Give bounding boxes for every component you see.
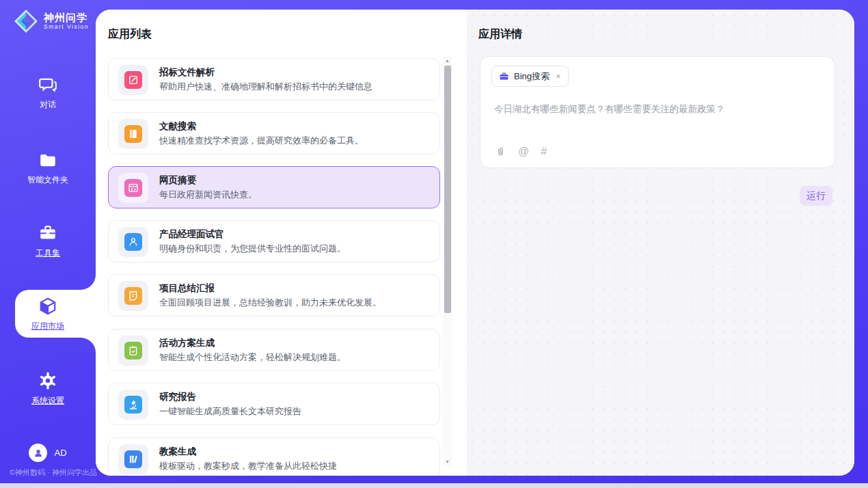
app-card-literature-search[interactable]: 文献搜索 快速精准查找学术资源，提高研究效率的必备工具。 (108, 112, 440, 154)
interviewer-icon (124, 233, 142, 251)
app-icon-box (118, 65, 148, 95)
app-card-event-plan[interactable]: 活动方案生成 智能生成个性化活动方案，轻松解决规划难题。 (108, 329, 440, 371)
app-icon-box (118, 119, 148, 149)
briefcase-icon (38, 223, 57, 243)
app-card-project-summary[interactable]: 项目总结汇报 全面回顾项目进展，总结经验教训，助力未来优化发展。 (108, 274, 440, 316)
sidebar-item-label: 对话 (40, 100, 56, 109)
microscope-icon (124, 396, 142, 414)
app-icon-box (118, 444, 148, 474)
app-card-research-report[interactable]: 研究报告 一键智能生成高质量长文本研究报告 (108, 383, 440, 425)
app-card-title: 活动方案生成 (159, 337, 215, 349)
app-card-desc: 智能生成个性化活动方案，轻松解决规划难题。 (159, 351, 346, 364)
tool-chip-bing-search[interactable]: Bing搜索 × (491, 66, 569, 87)
app-card-bid-parse[interactable]: 招标文件解析 帮助用户快速、准确地理解和解析招标书中的关键信息 (108, 58, 440, 100)
app-icon-box (118, 227, 148, 257)
app-card-desc: 全面回顾项目进展，总结经验教训，助力未来优化发展。 (159, 297, 381, 309)
note-icon (124, 287, 142, 305)
app-icon-box (118, 336, 148, 366)
sidebar-item-toolset[interactable]: 工具集 (0, 223, 96, 259)
sidebar-item-smart-folder[interactable]: 智能文件夹 (0, 150, 96, 186)
app-card-desc: 明确身份和职责，为您提供专业性的面试问题。 (159, 243, 346, 255)
app-card-pm-interviewer[interactable]: 产品经理面试官 明确身份和职责，为您提供专业性的面试问题。 (108, 220, 440, 262)
edit-document-icon (124, 71, 142, 89)
scrollbar-thumb[interactable] (444, 66, 451, 313)
app-card-desc: 每日政府新闻资讯快查。 (159, 189, 257, 201)
prompt-text[interactable]: 今日湖北有哪些新闻要点？有哪些需要关注的最新政策？ (494, 103, 815, 116)
app-card-lesson-plan[interactable]: 教案生成 模板驱动，教案秒成，教学准备从此轻松快捷 (108, 437, 440, 476)
mention-icon[interactable]: @ (518, 146, 529, 158)
app-window: 神州问学 Smart Vision 对话 智能文件夹 (0, 0, 868, 483)
user-initials: AD (54, 448, 66, 458)
user-account[interactable]: AD (0, 444, 96, 462)
folder-icon (38, 150, 57, 170)
app-card-title: 研究报告 (159, 391, 196, 403)
app-card-desc: 帮助用户快速、准确地理解和解析招标书中的关键信息 (159, 81, 372, 93)
scroll-down-icon[interactable]: ▼ (443, 459, 452, 464)
app-card-title: 招标文件解析 (159, 66, 215, 79)
app-icon-box (118, 173, 148, 203)
hash-icon[interactable]: # (541, 146, 547, 158)
composer-toolbar: @ # (495, 146, 547, 158)
books-icon (124, 450, 142, 468)
app-detail-pane: 应用详情 Bing搜索 × 今日湖北有哪些新闻要点？有哪些需要关注的最新政策？ (467, 10, 854, 476)
app-list-scrollbar[interactable]: ▲ ▼ (443, 56, 452, 466)
book-icon (124, 125, 142, 143)
app-detail-title: 应用详情 (478, 27, 522, 42)
clipboard-check-icon (124, 342, 142, 360)
avatar (29, 444, 47, 462)
app-card-title: 文献搜索 (159, 120, 196, 133)
bubble-curve-top (81, 275, 96, 290)
app-card-title: 网页摘要 (159, 174, 196, 187)
main-content: 应用列表 招标文件解析 帮助用户快速、准确地理解和解析招标书中的关键信息 文献搜… (96, 10, 854, 476)
page-bottom-edge (0, 483, 868, 488)
app-card-web-summary[interactable]: 网页摘要 每日政府新闻资讯快查。 (108, 166, 440, 208)
briefcase-icon (499, 71, 509, 81)
sidebar-item-settings[interactable]: 系统设置 (0, 371, 96, 407)
cube-icon (38, 297, 57, 316)
sidebar-item-app-market[interactable]: 应用市场 (0, 297, 96, 332)
bubble-curve-bottom (81, 338, 96, 353)
chip-close-icon[interactable]: × (556, 71, 561, 81)
brand-tagline: Smart Vision (44, 24, 89, 30)
brand-diamond-icon (14, 9, 38, 33)
app-card-title: 项目总结汇报 (159, 282, 215, 295)
sidebar-item-chat[interactable]: 对话 (0, 75, 96, 111)
app-icon-box (118, 390, 148, 420)
tool-chip-label: Bing搜索 (514, 70, 550, 83)
app-card-desc: 模板驱动，教案秒成，教学准备从此轻松快捷 (159, 460, 337, 472)
app-card-title: 产品经理面试官 (159, 228, 224, 241)
run-button[interactable]: 运行 (800, 186, 832, 206)
app-card-desc: 快速精准查找学术资源，提高研究效率的必备工具。 (159, 135, 364, 147)
sidebar-item-label: 智能文件夹 (27, 175, 68, 185)
app-card-title: 教案生成 (159, 446, 196, 458)
gear-icon (38, 371, 57, 390)
app-icon-box (118, 281, 148, 311)
brand-name: 神州问学 (44, 12, 89, 24)
sidebar-item-label: 应用市场 (31, 321, 64, 331)
sidebar: 神州问学 Smart Vision 对话 智能文件夹 (0, 0, 96, 483)
person-icon (33, 448, 44, 459)
browser-code-icon (124, 179, 142, 197)
app-card-desc: 一键智能生成高质量长文本研究报告 (159, 405, 301, 418)
sidebar-item-label: 系统设置 (31, 396, 64, 405)
chat-icon (38, 75, 57, 94)
sidebar-item-label: 工具集 (36, 248, 60, 258)
prompt-card: Bing搜索 × 今日湖北有哪些新闻要点？有哪些需要关注的最新政策？ @ # (480, 56, 835, 168)
app-list-title: 应用列表 (108, 27, 152, 42)
app-list-pane: 应用列表 招标文件解析 帮助用户快速、准确地理解和解析招标书中的关键信息 文献搜… (96, 10, 467, 476)
paperclip-icon[interactable] (495, 146, 506, 158)
scroll-up-icon[interactable]: ▲ (443, 58, 452, 63)
logo: 神州问学 Smart Vision (14, 9, 89, 33)
